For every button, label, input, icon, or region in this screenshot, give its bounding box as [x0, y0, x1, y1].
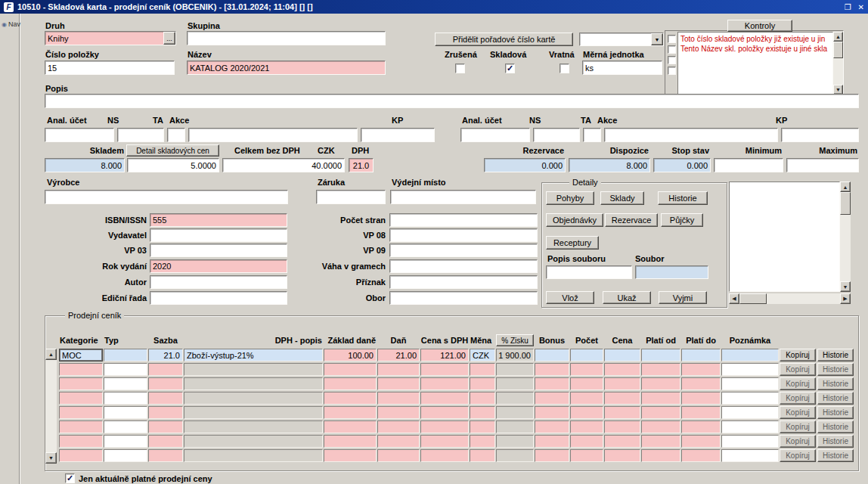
- pricing-cell[interactable]: [184, 420, 323, 433]
- ukaz-button[interactable]: Ukaž: [603, 291, 651, 304]
- pohyby-button[interactable]: Pohyby: [546, 191, 594, 205]
- pricing-cell[interactable]: [604, 435, 640, 448]
- edicni-rada-field[interactable]: [150, 291, 287, 305]
- copy-row-button[interactable]: Kopíruj: [780, 449, 816, 462]
- pricing-cell[interactable]: [420, 377, 469, 390]
- files-hscrollbar[interactable]: ◀ ▶: [729, 293, 851, 304]
- druh-browse-button[interactable]: ...: [163, 32, 175, 45]
- history-row-button[interactable]: Historie: [817, 449, 854, 462]
- ta-field-2[interactable]: [583, 128, 601, 142]
- pujcky-button[interactable]: Půjčky: [661, 213, 703, 227]
- pricing-cell[interactable]: [604, 449, 640, 462]
- pricing-cell[interactable]: [324, 363, 377, 376]
- pricing-cell[interactable]: [470, 392, 495, 405]
- warning-checkbox[interactable]: [668, 35, 676, 43]
- only-valid-prices-checkbox[interactable]: ✓: [65, 473, 75, 483]
- pricing-cell[interactable]: [59, 406, 103, 419]
- zaruka-field[interactable]: [316, 190, 386, 204]
- pricing-cell[interactable]: [570, 449, 603, 462]
- restore-icon[interactable]: ❐: [845, 3, 851, 11]
- history-row-button[interactable]: Historie: [817, 349, 854, 361]
- scrollbar-thumb[interactable]: [840, 192, 851, 215]
- pricing-cell[interactable]: [148, 449, 183, 462]
- pricing-cell[interactable]: [377, 406, 420, 419]
- pricing-cell[interactable]: [184, 406, 323, 419]
- ta-field[interactable]: [167, 128, 185, 142]
- rok-vydani-field[interactable]: 2020: [150, 259, 287, 273]
- pricing-cell[interactable]: [641, 377, 680, 390]
- pricing-cell[interactable]: [470, 449, 495, 462]
- pricing-cell[interactable]: [681, 349, 721, 361]
- skupina-field[interactable]: [187, 31, 386, 45]
- priznak-field[interactable]: [389, 275, 538, 289]
- minimum-field[interactable]: [714, 158, 783, 172]
- pricing-cell[interactable]: [104, 406, 147, 419]
- celkem-bez-dph-field[interactable]: 40.0000: [222, 158, 345, 172]
- pricing-cell[interactable]: [377, 449, 420, 462]
- copy-row-button[interactable]: Kopíruj: [780, 406, 816, 419]
- pricing-cell[interactable]: [570, 420, 603, 433]
- history-row-button[interactable]: Historie: [817, 406, 854, 419]
- pricing-cell[interactable]: [570, 349, 603, 361]
- pricing-cell[interactable]: [721, 420, 779, 433]
- vydejni-misto-field[interactable]: [390, 190, 536, 204]
- popis-field[interactable]: [45, 94, 859, 108]
- pricing-cell[interactable]: 100.00: [324, 349, 377, 361]
- pricing-cell[interactable]: [681, 392, 721, 405]
- pricing-cell[interactable]: [535, 449, 569, 462]
- pricing-cell[interactable]: [420, 435, 469, 448]
- pricing-cell[interactable]: [59, 392, 103, 405]
- autor-field[interactable]: [150, 275, 287, 289]
- scrollbar-thumb[interactable]: [739, 293, 767, 304]
- akce-field-2[interactable]: [604, 128, 778, 142]
- vp03-field[interactable]: [150, 244, 287, 257]
- pricing-cell[interactable]: [641, 420, 680, 433]
- pricing-cell[interactable]: [324, 449, 377, 462]
- scrollbar-thumb[interactable]: [833, 42, 843, 58]
- akce-field[interactable]: [188, 128, 358, 142]
- pricing-cell[interactable]: [721, 377, 779, 390]
- pricing-cell[interactable]: [721, 349, 779, 361]
- pricing-cell[interactable]: 1 900.00: [496, 349, 534, 361]
- pricing-cell[interactable]: [377, 392, 420, 405]
- pocet-stran-field[interactable]: [389, 213, 538, 227]
- scroll-up-icon[interactable]: ▲: [833, 32, 843, 42]
- scroll-right-icon[interactable]: ▶: [840, 293, 851, 304]
- pricing-cell[interactable]: [184, 449, 323, 462]
- obor-field[interactable]: [389, 291, 538, 305]
- pricing-cell[interactable]: [104, 377, 147, 390]
- skladova-checkbox[interactable]: ✓: [505, 64, 515, 73]
- pricing-cell[interactable]: [377, 435, 420, 448]
- vloz-button[interactable]: Vlož: [546, 291, 594, 304]
- kp-field-2[interactable]: [781, 128, 859, 142]
- pricing-cell[interactable]: [324, 420, 377, 433]
- scroll-down-icon[interactable]: ▼: [45, 452, 57, 464]
- pricing-cell[interactable]: [641, 349, 680, 361]
- pricing-cell[interactable]: Zboží-výstup-21%: [184, 349, 323, 361]
- pricing-cell[interactable]: [148, 420, 183, 433]
- scroll-left-icon[interactable]: ◀: [729, 293, 739, 304]
- history-row-button[interactable]: Historie: [817, 435, 854, 448]
- pricing-cell[interactable]: [377, 420, 420, 433]
- pricing-cell[interactable]: [496, 435, 534, 448]
- copy-row-button[interactable]: Kopíruj: [780, 377, 816, 390]
- pricing-cell[interactable]: [104, 420, 147, 433]
- pricing-cell[interactable]: [721, 392, 779, 405]
- pricing-cell[interactable]: [641, 449, 680, 462]
- pricing-cell[interactable]: [721, 449, 779, 462]
- copy-row-button[interactable]: Kopíruj: [780, 363, 816, 376]
- isbn-field[interactable]: 555: [150, 213, 287, 227]
- pricing-cell[interactable]: [496, 420, 534, 433]
- zrusena-checkbox[interactable]: [455, 64, 465, 73]
- historie-button[interactable]: Historie: [658, 191, 708, 205]
- pricing-cell[interactable]: [324, 392, 377, 405]
- pricing-cell[interactable]: [59, 435, 103, 448]
- pricing-cell[interactable]: [148, 363, 183, 376]
- pricing-cell[interactable]: [535, 406, 569, 419]
- copy-row-button[interactable]: Kopíruj: [780, 392, 816, 405]
- vaha-field[interactable]: [389, 259, 538, 273]
- ns-field-2[interactable]: [533, 128, 580, 142]
- pricing-cell[interactable]: [681, 449, 721, 462]
- nazev-field[interactable]: KATALOG 2020/2021: [187, 60, 386, 75]
- pricing-cell[interactable]: [604, 349, 640, 361]
